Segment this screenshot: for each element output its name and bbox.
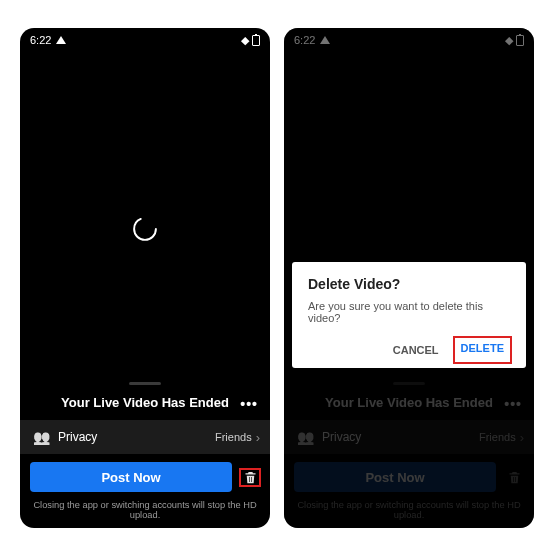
upload-hint: Closing the app or switching accounts wi… <box>20 498 270 528</box>
clock-text: 6:22 <box>30 34 51 46</box>
dialog-cancel-button[interactable]: CANCEL <box>387 338 445 362</box>
dialog-title: Delete Video? <box>308 276 510 292</box>
privacy-label: Privacy <box>52 430 215 444</box>
more-options-button[interactable]: ••• <box>240 396 258 412</box>
delete-dialog: Delete Video? Are you sure you want to d… <box>292 262 526 368</box>
trash-icon <box>243 470 258 485</box>
status-bar: 6:22 ◆ <box>20 28 270 50</box>
privacy-row[interactable]: 👥 Privacy Friends › <box>20 420 270 454</box>
chevron-right-icon: › <box>254 430 260 445</box>
phone-left: 6:22 ◆ Your Live Video Has Ended ••• 👥 P… <box>20 28 270 528</box>
phone-right: 6:22 ◆ Your Live Video Has Ended ••• 👥 P… <box>284 28 534 528</box>
post-now-button[interactable]: Post Now <box>30 462 232 492</box>
drag-handle[interactable] <box>20 378 270 387</box>
svg-point-0 <box>134 219 156 241</box>
bottom-sheet: Your Live Video Has Ended ••• 👥 Privacy … <box>20 378 270 528</box>
warning-icon <box>56 36 66 44</box>
dialog-delete-button[interactable]: DELETE <box>455 338 510 362</box>
loading-spinner-icon <box>131 215 159 243</box>
sheet-title: Your Live Video Has Ended <box>61 395 229 410</box>
privacy-value: Friends <box>215 431 254 443</box>
video-preview-area <box>20 50 270 395</box>
friends-icon: 👥 <box>30 429 52 445</box>
battery-icon <box>252 35 260 46</box>
dialog-message: Are you sure you want to delete this vid… <box>308 300 510 324</box>
delete-button[interactable] <box>240 469 260 486</box>
wifi-icon: ◆ <box>241 35 249 46</box>
